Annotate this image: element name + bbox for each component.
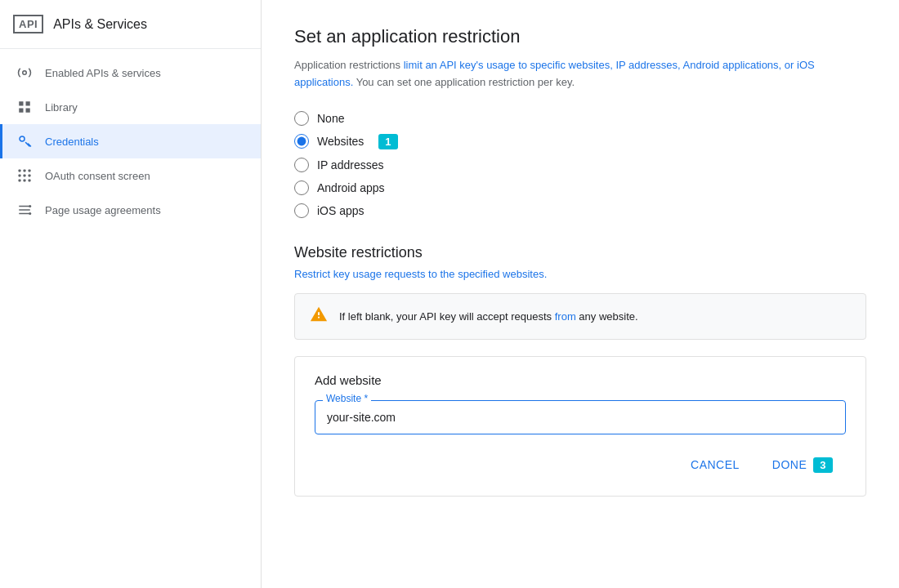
svg-rect-1 (19, 101, 23, 105)
radio-android-label: Android apps (317, 181, 385, 194)
warning-icon (310, 305, 328, 327)
radio-none-label: None (317, 112, 344, 125)
credentials-icon (16, 132, 34, 150)
enabled-apis-icon (16, 64, 34, 82)
warning-post: any website. (576, 310, 638, 323)
radio-ip-input[interactable] (294, 158, 309, 172)
add-website-title: Add website (315, 373, 846, 387)
svg-rect-12 (24, 175, 26, 177)
buttons-row: CANCEL DONE 3 (315, 451, 846, 479)
sidebar: API APIs & Services Enabled APIs & servi… (0, 0, 262, 588)
svg-rect-8 (19, 170, 21, 172)
sidebar-item-credentials[interactable]: Credentials (0, 124, 261, 158)
sidebar-item-library[interactable]: Library (0, 90, 261, 124)
radio-android-input[interactable] (294, 180, 309, 195)
website-input-wrapper: Website * (315, 400, 846, 434)
warning-box: If left blank, your API key will accept … (294, 293, 866, 340)
radio-websites-input[interactable] (294, 134, 309, 149)
svg-rect-16 (29, 180, 31, 182)
sidebar-item-page-usage-label: Page usage agreements (45, 204, 161, 216)
svg-point-5 (20, 136, 25, 141)
svg-rect-4 (26, 109, 30, 113)
svg-rect-10 (29, 170, 31, 172)
svg-rect-9 (24, 170, 26, 172)
done-label: DONE (772, 458, 807, 471)
svg-rect-13 (29, 175, 31, 177)
sidebar-header: API APIs & Services (0, 0, 261, 49)
section-heading: Website restrictions (294, 244, 866, 261)
radio-ios-input[interactable] (294, 203, 309, 218)
radio-group: None Websites 1 IP addresses Android app… (294, 111, 866, 218)
description: Application restrictions limit an API ke… (294, 57, 850, 91)
sidebar-nav: Enabled APIs & services Library Credenti… (0, 49, 261, 227)
section-sub: Restrict key usage requests to the speci… (294, 268, 866, 280)
svg-rect-3 (19, 109, 23, 113)
sidebar-item-oauth-label: OAuth consent screen (45, 170, 150, 182)
website-input-label: Website * (323, 393, 371, 404)
svg-rect-15 (24, 180, 26, 182)
warning-text: If left blank, your API key will accept … (339, 310, 638, 323)
radio-none-input[interactable] (294, 111, 309, 126)
sidebar-item-oauth-consent[interactable]: OAuth consent screen (0, 158, 261, 193)
svg-rect-2 (26, 101, 30, 105)
warning-pre: If left blank, your API key will accept … (339, 310, 555, 323)
page-usage-icon (16, 201, 34, 219)
done-badge: 3 (813, 457, 833, 473)
svg-point-20 (29, 205, 31, 207)
radio-ios[interactable]: iOS apps (294, 203, 866, 218)
website-input[interactable] (315, 400, 846, 434)
description-end: You can set one application restriction … (353, 76, 575, 88)
oauth-icon (16, 167, 34, 185)
radio-websites[interactable]: Websites 1 (294, 134, 866, 149)
warning-highlight: from (555, 310, 576, 323)
cancel-button[interactable]: CANCEL (678, 452, 753, 478)
svg-rect-14 (19, 180, 21, 182)
sidebar-item-credentials-label: Credentials (45, 136, 99, 148)
library-icon (16, 98, 34, 116)
sidebar-item-library-label: Library (45, 101, 78, 114)
radio-ip[interactable]: IP addresses (294, 158, 866, 172)
radio-android[interactable]: Android apps (294, 180, 866, 195)
main-content: Set an application restriction Applicati… (262, 0, 899, 588)
sidebar-item-page-usage[interactable]: Page usage agreements (0, 193, 261, 227)
sidebar-item-enabled-apis[interactable]: Enabled APIs & services (0, 56, 261, 90)
description-plain: Application restrictions (294, 59, 404, 71)
svg-point-0 (23, 71, 27, 75)
radio-ios-label: iOS apps (317, 204, 365, 217)
radio-none[interactable]: None (294, 111, 866, 126)
page-title: Set an application restriction (294, 26, 866, 47)
svg-point-21 (29, 212, 31, 215)
websites-badge: 1 (378, 134, 397, 149)
done-button[interactable]: DONE 3 (759, 451, 846, 479)
sidebar-title: APIs & Services (53, 17, 147, 32)
svg-rect-11 (19, 175, 21, 177)
add-website-card: Add website Website * CANCEL DONE 3 (294, 356, 866, 497)
sidebar-item-enabled-apis-label: Enabled APIs & services (45, 67, 161, 79)
radio-ip-label: IP addresses (317, 158, 383, 172)
api-logo: API (13, 15, 43, 33)
radio-websites-label: Websites (317, 135, 364, 148)
